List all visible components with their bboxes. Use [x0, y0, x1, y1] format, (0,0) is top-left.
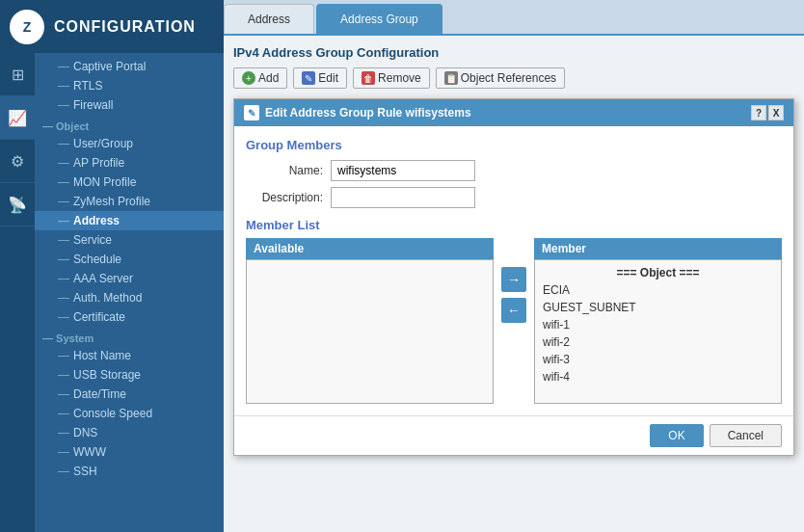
- sidebar-item-zymesh-profile[interactable]: —ZyMesh Profile: [35, 192, 224, 211]
- sidebar-item-certificate[interactable]: —Certificate: [35, 307, 224, 327]
- transfer-right-button[interactable]: →: [501, 267, 526, 292]
- sidebar-item-auth-method[interactable]: —Auth. Method: [35, 288, 224, 307]
- description-label: Description:: [246, 191, 323, 204]
- dialog-title-bar: ✎ Edit Address Group Rule wifisystems ? …: [234, 99, 793, 126]
- member-item-guest-subnet[interactable]: GUEST_SUBNET: [539, 299, 777, 316]
- transfer-buttons: → ←: [501, 238, 526, 323]
- member-columns: Available → ← Member === Object === ECIA: [246, 238, 782, 404]
- add-button[interactable]: + Add: [233, 67, 287, 89]
- member-item-wifi1[interactable]: wifi-1: [539, 316, 777, 333]
- sidebar-icon-monitor[interactable]: 📈: [0, 96, 35, 140]
- dialog-help-button[interactable]: ?: [751, 105, 766, 120]
- name-row: Name:: [246, 160, 782, 181]
- sidebar-item-firewall[interactable]: —Firewall: [35, 95, 224, 115]
- description-input[interactable]: [331, 187, 475, 208]
- transfer-left-button[interactable]: ←: [501, 298, 526, 323]
- sidebar-item-aaa-server[interactable]: —AAA Server: [35, 269, 224, 288]
- sidebar-section-object: — Object: [35, 115, 224, 134]
- sidebar: Z CONFIGURATION ⊞ 📈 ⚙ 📡 —Captive Portal …: [0, 0, 224, 532]
- sidebar-item-ssh[interactable]: —SSH: [35, 462, 224, 481]
- sidebar-item-www[interactable]: —WWW: [35, 442, 224, 462]
- member-item-ecia[interactable]: ECIA: [539, 281, 777, 299]
- main-content: Address Address Group IPv4 Address Group…: [224, 0, 804, 532]
- sidebar-item-rtls[interactable]: —RTLS: [35, 76, 224, 95]
- sidebar-header: Z CONFIGURATION: [0, 0, 224, 53]
- sidebar-item-mon-profile[interactable]: —MON Profile: [35, 173, 224, 192]
- sidebar-item-usb-storage[interactable]: —USB Storage: [35, 365, 224, 385]
- sidebar-title: CONFIGURATION: [54, 18, 196, 36]
- member-item-wifi3[interactable]: wifi-3: [539, 351, 777, 368]
- section-title: IPv4 Address Group Configuration: [233, 45, 794, 60]
- edit-dialog: ✎ Edit Address Group Rule wifisystems ? …: [233, 98, 794, 456]
- member-column: Member === Object === ECIA GUEST_SUBNET …: [534, 238, 782, 404]
- sidebar-item-capture-portal[interactable]: —Captive Portal: [35, 57, 224, 76]
- remove-button[interactable]: 🗑 Remove: [353, 67, 430, 89]
- member-header: Member: [534, 238, 782, 259]
- name-input[interactable]: [331, 160, 475, 181]
- sidebar-item-host-name[interactable]: —Host Name: [35, 346, 224, 365]
- add-icon: +: [242, 71, 255, 85]
- description-row: Description:: [246, 187, 782, 208]
- dialog-footer: OK Cancel: [234, 415, 793, 455]
- sidebar-section-system: — System: [35, 327, 224, 346]
- sidebar-item-ap-profile[interactable]: —AP Profile: [35, 153, 224, 173]
- available-header: Available: [246, 238, 494, 259]
- dialog-controls: ? X: [751, 105, 784, 120]
- dialog-title-icon: ✎: [244, 105, 259, 120]
- name-label: Name:: [246, 164, 323, 177]
- sidebar-item-dns[interactable]: —DNS: [35, 423, 224, 442]
- sidebar-item-schedule[interactable]: —Schedule: [35, 250, 224, 269]
- sidebar-icon-dashboard[interactable]: ⊞: [0, 53, 35, 96]
- member-item-wifi2[interactable]: wifi-2: [539, 333, 777, 351]
- member-list-section: Member List Available → ← Member: [246, 218, 782, 404]
- tab-address-group[interactable]: Address Group: [316, 4, 442, 34]
- member-list: === Object === ECIA GUEST_SUBNET wifi-1 …: [534, 259, 782, 404]
- dialog-body: Group Members Name: Description: Member …: [234, 126, 793, 415]
- ok-button[interactable]: OK: [650, 424, 703, 447]
- toolbar: + Add ✎ Edit 🗑 Remove 📋 Object Reference…: [233, 67, 794, 89]
- dialog-title-text: Edit Address Group Rule wifisystems: [265, 106, 471, 120]
- available-list: [246, 259, 494, 404]
- sidebar-main: ⊞ 📈 ⚙ 📡 —Captive Portal —RTLS —Firewall …: [0, 53, 224, 532]
- sidebar-icon-network[interactable]: 📡: [0, 183, 35, 226]
- edit-icon: ✎: [302, 71, 315, 85]
- content-area: IPv4 Address Group Configuration + Add ✎…: [224, 36, 804, 532]
- sidebar-icon-panel: ⊞ 📈 ⚙ 📡: [0, 53, 35, 532]
- sidebar-logo: Z: [10, 10, 44, 44]
- group-members-title: Group Members: [246, 138, 782, 152]
- sidebar-item-service[interactable]: —Service: [35, 230, 224, 250]
- member-item-wifi4[interactable]: wifi-4: [539, 368, 777, 386]
- tab-bar: Address Address Group: [224, 0, 804, 36]
- object-refs-icon: 📋: [444, 71, 458, 85]
- available-column: Available: [246, 238, 494, 404]
- sidebar-item-address[interactable]: —Address: [35, 211, 224, 230]
- remove-icon: 🗑: [362, 71, 375, 85]
- dialog-close-button[interactable]: X: [768, 105, 784, 120]
- sidebar-icon-settings[interactable]: ⚙: [0, 140, 35, 183]
- edit-button[interactable]: ✎ Edit: [293, 67, 347, 89]
- sidebar-item-user-group[interactable]: —User/Group: [35, 134, 224, 153]
- member-object-header: === Object ===: [539, 264, 777, 281]
- tab-address[interactable]: Address: [224, 4, 314, 34]
- sidebar-item-console-speed[interactable]: —Console Speed: [35, 404, 224, 423]
- sidebar-nav: —Captive Portal —RTLS —Firewall — Object…: [35, 53, 224, 532]
- sidebar-item-date-time[interactable]: —Date/Time: [35, 385, 224, 404]
- object-references-button[interactable]: 📋 Object References: [436, 67, 565, 89]
- cancel-button[interactable]: Cancel: [710, 424, 782, 447]
- member-list-title: Member List: [246, 218, 782, 232]
